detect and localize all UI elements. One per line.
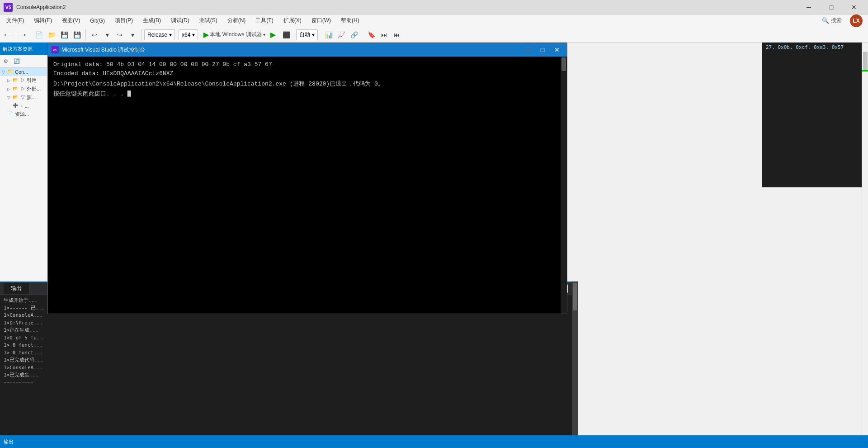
output-content: 生成开始于... 1>------ 已... 1>ConsoleA... 1>D… (0, 295, 572, 435)
menu-git[interactable]: Git(G) (85, 17, 109, 25)
config-dropdown[interactable]: Release ▾ (144, 29, 175, 40)
console-cursor: █ (127, 91, 131, 97)
config-label: Release (147, 32, 167, 38)
minimize-button[interactable]: ─ (798, 0, 819, 14)
bookmark-prev[interactable]: ⏮ (391, 29, 403, 41)
attach-button[interactable]: 🔗 (349, 29, 360, 41)
menu-build[interactable]: 生成(B) (138, 16, 165, 25)
debug-console-title-left: VS Microsoft Visual Studio 调试控制台 (52, 46, 145, 54)
menu-file[interactable]: 文件(F) (2, 16, 28, 25)
undo-dropdown[interactable]: ▾ (101, 29, 113, 41)
menu-help[interactable]: 帮助(H) (336, 16, 364, 25)
debug-console-icon: VS (52, 46, 59, 53)
title-bar: VS ConsoleApplication2 ─ □ ✕ (0, 0, 868, 14)
toolbar: ⟵ ⟶ 📄 📁 💾 💾 ↩ ▾ ↪ ▾ Release ▾ x64 ▾ ▶ 本地… (0, 27, 868, 43)
menu-test[interactable]: 测试(S) (195, 16, 222, 25)
save-button[interactable]: 💾 (58, 29, 70, 41)
debug-console-controls: ─ □ ✕ (522, 45, 563, 55)
menu-project[interactable]: 项目(P) (110, 16, 137, 25)
code-content: 27, 0x0b, 0xcf, 0xa3, 0x57 (766, 44, 858, 50)
debug-console-scroll-thumb[interactable] (561, 57, 566, 71)
user-avatar[interactable]: LX (850, 14, 863, 27)
menu-tools[interactable]: 工具(T) (251, 16, 278, 25)
output-line-5: 1>0 of 5 fu... (4, 334, 568, 342)
bookmark-button[interactable]: 🔖 (366, 29, 377, 41)
output-line-11: ========== (4, 379, 568, 387)
debug-dropdown-arrow: ▾ (263, 32, 265, 37)
debug-console-close[interactable]: ✕ (551, 45, 563, 55)
perf-button[interactable]: 📈 (336, 29, 348, 41)
menu-bar: 文件(F) 编辑(E) 视图(V) Git(G) 项目(P) 生成(B) 调试(… (0, 14, 868, 27)
status-bar: 输出 (0, 435, 868, 448)
save-all-button[interactable]: 💾 (71, 29, 83, 41)
debug-console-maximize[interactable]: □ (536, 45, 549, 55)
output-scroll-thumb[interactable] (573, 283, 577, 310)
undo-button[interactable]: ↩ (89, 29, 100, 41)
close-button[interactable]: ✕ (844, 0, 864, 14)
code-editor-right: 27, 0x0b, 0xcf, 0xa3, 0x57 (762, 43, 862, 187)
console-line4: 按任意键关闭此窗口. . . █ (53, 90, 555, 99)
mode-dropdown[interactable]: 自动 ▾ (296, 29, 318, 40)
back-button[interactable]: ⟵ (3, 29, 14, 41)
status-output-label: 输出 (4, 438, 14, 445)
forward-button[interactable]: ⟶ (15, 29, 27, 41)
output-scrollbar[interactable] (572, 281, 578, 435)
output-panel-tabs: 输出 (4, 283, 29, 294)
green-code-indicator (862, 70, 868, 71)
sidebar-title: 解决方案资源 (3, 46, 33, 52)
redo-button[interactable]: ↪ (114, 29, 126, 41)
output-line-4: 1>正在生成... (4, 327, 568, 334)
menu-window[interactable]: 窗口(W) (307, 16, 335, 25)
mode-label: 自动 (299, 31, 310, 38)
nav-group: ⟵ ⟶ (3, 29, 30, 41)
vs-logo: VS (4, 3, 13, 12)
far-right-scroll-thumb[interactable] (863, 52, 868, 70)
open-button[interactable]: 📁 (46, 29, 57, 41)
maximize-button[interactable]: □ (821, 0, 842, 14)
svg-text:VS: VS (5, 5, 12, 10)
tree-item-add[interactable]: ➕ + ... (0, 102, 47, 110)
output-line-6: 1> 0 funct... (4, 342, 568, 349)
menu-edit[interactable]: 编辑(E) (29, 16, 57, 25)
bookmark-next[interactable]: ⏭ (378, 29, 390, 41)
menu-debug[interactable]: 调试(D) (166, 16, 194, 25)
tree-item-source[interactable]: ▽ 📂 ▽ 源... (0, 93, 47, 102)
solution-settings-button[interactable]: ⚙ (1, 57, 11, 67)
debug-console-window: VS Microsoft Visual Studio 调试控制台 ─ □ ✕ O… (47, 43, 567, 314)
menu-extensions[interactable]: 扩展(X) (279, 16, 306, 25)
search-label: 搜索 (831, 17, 842, 24)
output-tab[interactable]: 输出 (4, 283, 29, 294)
tree-item-external[interactable]: ▷ 📂 ▷ 外部... (0, 85, 47, 93)
diagnostics-button[interactable]: 📊 (323, 29, 335, 41)
far-right-scrollbar[interactable] (862, 43, 868, 435)
tree-item-resources[interactable]: 📄 资源... (0, 110, 47, 119)
window-controls: ─ □ ✕ (798, 0, 864, 14)
app-title: ConsoleApplication2 (16, 4, 66, 10)
debug-console-content: Original data: 50 4b 03 04 14 00 00 00 0… (48, 57, 561, 314)
run-without-debug-button[interactable]: ▶ (267, 29, 279, 41)
platform-dropdown[interactable]: x64 ▾ (179, 29, 198, 40)
menu-view[interactable]: 视图(V) (57, 16, 85, 25)
sidebar-header: 解决方案资源 (0, 43, 47, 55)
tree-item-refs[interactable]: ▷ 📂 ▷ 引用 (0, 76, 47, 85)
start-debug-button[interactable]: ▶ 本地 Windows 调试器 ▾ (203, 30, 265, 39)
debug-console-minimize[interactable]: ─ (522, 45, 534, 55)
solution-refresh-button[interactable]: 🔄 (12, 57, 22, 67)
play-icon: ▶ (203, 30, 209, 39)
mode-arrow: ▾ (312, 32, 315, 38)
platform-arrow: ▾ (192, 32, 195, 38)
debug-console-titlebar: VS Microsoft Visual Studio 调试控制台 ─ □ ✕ (48, 43, 567, 57)
menu-analyze[interactable]: 分析(N) (223, 16, 250, 25)
redo-dropdown[interactable]: ▾ (127, 29, 138, 41)
debug-target-label: 本地 Windows 调试器 (210, 31, 262, 38)
console-line2: Encoded data: UEsDBQAAAAIACcLz6NXZ (53, 69, 555, 78)
stop-button[interactable]: ⬛ (281, 29, 292, 41)
svg-text:VS: VS (53, 48, 57, 52)
file-group: 📄 📁 💾 💾 (33, 29, 86, 41)
debug-console-scrollbar[interactable] (561, 57, 567, 314)
debug-console-title: Microsoft Visual Studio 调试控制台 (61, 46, 145, 54)
tree-item-solution[interactable]: ▽ 📁 Con... (0, 68, 47, 76)
new-button[interactable]: 📄 (33, 29, 45, 41)
platform-label: x64 (182, 32, 190, 38)
console-line3: D:\Project\ConsoleApplication2\x64\Relea… (53, 80, 555, 89)
